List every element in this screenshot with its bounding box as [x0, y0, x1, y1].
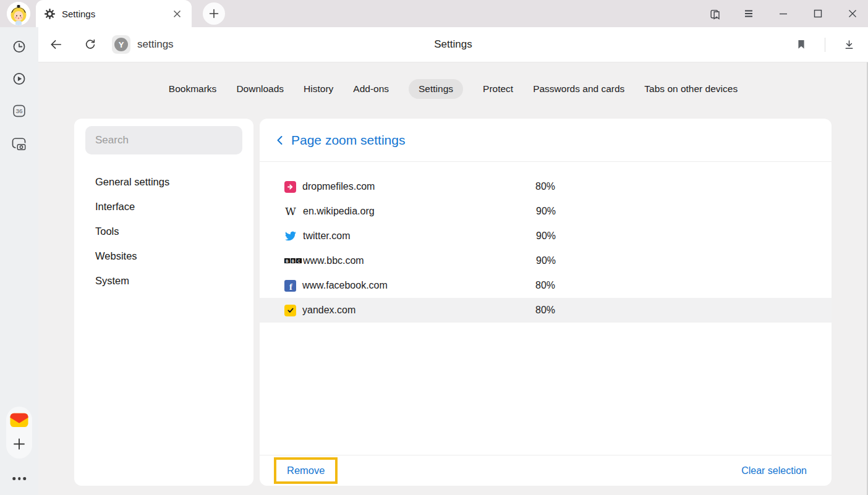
settings-sidebar-panel: General settings Interface Tools Website…	[74, 119, 253, 486]
bookmarks-panel-icon[interactable]	[708, 8, 720, 19]
table-row[interactable]: f www.facebook.com 80%	[260, 273, 832, 298]
browser-toolbar: Y settings Settings	[38, 27, 868, 62]
sidebar-item-general-settings[interactable]: General settings	[74, 169, 253, 194]
sidebar-item-interface[interactable]: Interface	[74, 194, 253, 219]
table-row[interactable]: B B C www.bbc.com 90%	[260, 248, 832, 273]
screenshot-icon[interactable]	[11, 136, 28, 152]
add-shortcut-icon[interactable]	[13, 438, 26, 451]
plus-icon	[209, 9, 219, 19]
page-title: Settings	[434, 38, 472, 51]
nav-tab-passwords[interactable]: Passwords and cards	[533, 79, 624, 99]
settings-top-nav: Bookmarks Downloads History Add-ons Sett…	[38, 79, 868, 99]
zoom-value: 80%	[535, 305, 555, 316]
zoom-value: 80%	[535, 280, 555, 291]
sidebar-rail: 36	[0, 27, 38, 495]
nav-tab-settings[interactable]: Settings	[409, 79, 463, 99]
address-text[interactable]: settings	[137, 38, 174, 51]
toolbar-divider	[825, 38, 825, 52]
nav-tab-history[interactable]: History	[304, 79, 333, 99]
avatar-girl-illustration	[7, 2, 30, 25]
zoom-value: 80%	[535, 181, 555, 192]
search-input[interactable]	[95, 134, 232, 146]
zoom-site-list: dropmefiles.com 80% W en.wikipedia.org 9…	[260, 162, 832, 323]
back-button[interactable]	[49, 38, 63, 52]
player-icon[interactable]	[12, 71, 27, 87]
zoom-value: 90%	[536, 231, 556, 242]
sidebar-item-tools[interactable]: Tools	[74, 219, 253, 243]
bbc-favicon: B B C	[284, 255, 297, 267]
quick-apps-pill	[6, 407, 32, 459]
bbc-block-b1: B	[284, 258, 290, 264]
menu-icon[interactable]	[743, 8, 754, 19]
table-row[interactable]: twitter.com 90%	[260, 224, 832, 248]
new-tab-button[interactable]	[203, 2, 225, 25]
gear-icon	[45, 9, 55, 19]
wikipedia-favicon: W	[284, 205, 297, 218]
chevron-left-icon	[274, 134, 286, 146]
tabs-counter-icon[interactable]: 36	[12, 103, 27, 119]
settings-nav-list: General settings Interface Tools Website…	[74, 169, 253, 293]
remove-button[interactable]: Remove	[287, 465, 325, 476]
tab-title: Settings	[62, 9, 171, 19]
facebook-f-glyph: f	[289, 282, 292, 292]
clear-selection-button[interactable]: Clear selection	[741, 465, 807, 476]
wikipedia-w-glyph: W	[285, 206, 296, 217]
settings-search-box[interactable]	[85, 126, 242, 154]
site-name: twitter.com	[303, 231, 536, 242]
table-row[interactable]: dropmefiles.com 80%	[260, 174, 832, 199]
bookmark-icon[interactable]	[795, 38, 807, 51]
site-name: www.bbc.com	[303, 255, 536, 266]
nav-tab-protect[interactable]: Protect	[483, 79, 513, 99]
history-icon[interactable]	[12, 39, 27, 54]
yandex-mail-icon[interactable]	[9, 411, 30, 429]
twitter-favicon	[284, 230, 297, 242]
remove-button-highlight: Remove	[274, 457, 338, 484]
minimize-icon[interactable]	[778, 8, 789, 19]
page-zoom-title: Page zoom settings	[291, 133, 405, 148]
close-window-icon[interactable]	[847, 8, 858, 19]
nav-tab-addons[interactable]: Add-ons	[353, 79, 389, 99]
dropmefiles-favicon	[284, 181, 296, 193]
window-titlebar: Settings	[0, 0, 868, 27]
sidebar-item-websites[interactable]: Websites	[74, 243, 253, 268]
browser-tab-settings[interactable]: Settings	[36, 0, 192, 27]
zoom-panel-footer: Remove Clear selection	[260, 455, 832, 486]
profile-avatar[interactable]	[7, 2, 30, 25]
facebook-favicon: f	[284, 280, 296, 292]
site-name: en.wikipedia.org	[303, 206, 536, 217]
nav-tab-bookmarks[interactable]: Bookmarks	[169, 79, 217, 99]
window-controls	[708, 0, 858, 27]
zoom-value: 90%	[536, 255, 556, 266]
bbc-block-b2: B	[291, 258, 296, 264]
row-selected-checkbox[interactable]	[284, 305, 296, 316]
nav-tab-other-devices[interactable]: Tabs on other devices	[644, 79, 738, 99]
sidebar-item-system[interactable]: System	[74, 268, 253, 293]
table-row-selected[interactable]: yandex.com 80%	[260, 298, 832, 323]
tab-close-icon[interactable]	[171, 7, 183, 20]
page-zoom-header-back[interactable]: Page zoom settings	[260, 119, 832, 162]
site-name: yandex.com	[302, 305, 535, 316]
nav-tab-downloads[interactable]: Downloads	[236, 79, 284, 99]
yandex-y-icon: Y	[114, 38, 128, 51]
bbc-block-c: C	[296, 258, 302, 264]
site-name: www.facebook.com	[302, 280, 535, 291]
more-options-icon[interactable]	[12, 477, 26, 480]
downloads-icon[interactable]	[843, 38, 856, 51]
reload-button[interactable]	[83, 38, 97, 51]
site-name: dropmefiles.com	[302, 181, 535, 192]
site-badge-icon[interactable]: Y	[112, 35, 130, 54]
maximize-icon[interactable]	[812, 8, 823, 19]
table-row[interactable]: W en.wikipedia.org 90%	[260, 199, 832, 224]
page-zoom-panel: Page zoom settings dropmefiles.com 80% W…	[260, 119, 832, 486]
toolbar-right-actions	[795, 27, 856, 62]
zoom-value: 90%	[536, 206, 556, 217]
tab-count-label: 36	[16, 108, 23, 114]
